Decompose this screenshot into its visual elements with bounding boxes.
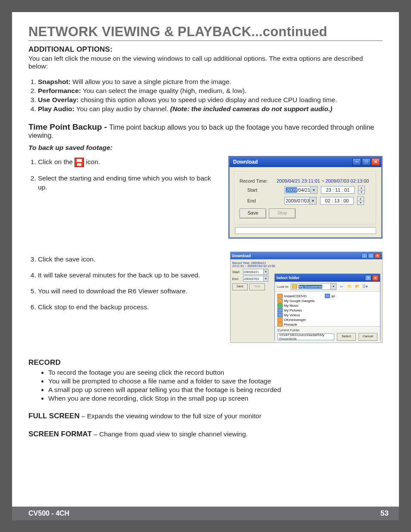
list-item[interactable]: OKmessenger [277, 317, 314, 322]
step-text: icon. [86, 158, 100, 165]
opt-label: Snapshot: [38, 78, 71, 85]
document-page: NETWORK VIEWING & PLAYBACK...continued A… [12, 12, 399, 520]
folder-list[interactable]: InstantCDDVD My Google Gadgets My Music … [275, 292, 380, 326]
folder-icon [277, 313, 283, 317]
toolbar-nav-icons: ⇦ 📁 📂 ☰▾ [338, 283, 369, 290]
chevron-down-icon[interactable]: ▼ [330, 283, 336, 289]
end-date-value: 2009/07/03 [244, 277, 259, 280]
folder-icon [325, 294, 330, 298]
list-item[interactable]: My Pictures [277, 308, 314, 312]
opt-note: (Note: the included cameras do not suppo… [170, 105, 332, 112]
list-item-label: My Google Gadgets [284, 299, 314, 303]
spinner-down-icon[interactable]: ▼ [358, 190, 364, 194]
screen-format-text: – Change from quad view to single channe… [92, 430, 248, 438]
spinner-up-icon[interactable]: ▲ [358, 186, 364, 190]
step-6: Click stop to end the backup process. [38, 303, 215, 312]
cancel-button[interactable]: Cancel [358, 333, 377, 341]
close-icon[interactable]: ✕ [371, 158, 380, 166]
look-in-combo[interactable]: My Documents▼ [291, 283, 336, 290]
record-bullet: You will be prompted to choose a file na… [48, 377, 383, 385]
view-menu-icon[interactable]: ☰▾ [362, 283, 369, 290]
chevron-down-icon[interactable]: ▼ [309, 197, 316, 204]
step-3: Click the save icon. [38, 255, 215, 264]
step-click-icon: Click on the icon. [38, 158, 215, 167]
minimize-icon[interactable]: – [352, 158, 361, 166]
start-date-combo[interactable]: 2009/04/21▼ [243, 269, 268, 275]
backup-steps-b: Click the save icon. It will take severa… [28, 252, 215, 319]
list-item[interactable]: My Google Gadgets [277, 299, 314, 303]
list-item[interactable]: My Music [277, 303, 314, 308]
minimize-icon[interactable]: – [361, 253, 367, 258]
download-window: Download – □ ✕ Record Time: 2009/04/21 2… [228, 156, 383, 239]
backup-steps-a: Click on the icon. Select the starting a… [28, 154, 215, 199]
select-folder-dialog: Select folder ?✕ Look in: My Documents▼ … [274, 274, 380, 341]
start-date-suffix: /04/21 [297, 187, 310, 193]
time-point-backup-line: Time Point Backup - Time point backup al… [28, 122, 383, 140]
maximize-icon[interactable]: □ [368, 253, 374, 258]
screen-format-label: SCREEN FORMAT [28, 430, 92, 438]
record-bullet: A small pop up screen will appear tellin… [48, 386, 383, 394]
end-label: End [240, 198, 281, 203]
select-button[interactable]: Select [337, 333, 356, 341]
additional-options-intro: You can left click the mouse on the view… [28, 55, 383, 70]
list-item[interactable]: ipl [325, 294, 335, 298]
current-folder-path[interactable]: \\SVATSBS\Users\NadiaR\My Documents [277, 333, 334, 340]
chevron-down-icon[interactable]: ▼ [263, 276, 268, 281]
page-title: NETWORK VIEWING & PLAYBACK...continued [28, 24, 383, 41]
spinner-up-icon[interactable]: ▲ [358, 197, 364, 201]
list-item-label: My Videos [284, 313, 300, 317]
save-icon [75, 158, 84, 167]
start-date-combo[interactable]: 2009/04/21▼ [284, 186, 318, 194]
download-select-folder-screenshot: Download –□✕ Record Time: 2009/04/21 23:… [230, 252, 383, 343]
help-icon[interactable]: ? [365, 275, 371, 281]
step-text: Click on the [38, 158, 75, 165]
list-item[interactable]: InstantCDDVD [277, 294, 314, 298]
full-screen-text: – Expands the viewing window to the full… [80, 412, 262, 420]
opt-text: You can select the image quality (high, … [81, 87, 246, 94]
stop-button[interactable]: Stop [249, 283, 265, 290]
back-icon[interactable]: ⇦ [338, 283, 345, 290]
page-footer: CV500 - 4CH 53 [12, 507, 399, 520]
save-button[interactable]: Save [232, 283, 248, 290]
end-date-combo[interactable]: 2009/07/03▼ [284, 197, 317, 205]
folder-icon [277, 317, 283, 322]
list-item-label: My Music [284, 304, 299, 308]
chevron-down-icon[interactable]: ▼ [263, 269, 268, 274]
look-in-value: My Documents [299, 285, 322, 289]
time-point-backup-label: Time Point Backup - [28, 122, 109, 131]
folder-icon [277, 299, 283, 303]
opt-text: chosing this option allows you to speed … [79, 96, 337, 103]
maximize-icon[interactable]: □ [362, 158, 371, 166]
chevron-down-icon[interactable]: ▼ [310, 187, 317, 193]
up-folder-icon[interactable]: 📁 [346, 283, 353, 290]
step-5: You will need to download the R6 Viewer … [38, 287, 215, 296]
close-icon[interactable]: ✕ [374, 253, 380, 258]
start-time-spinner[interactable]: ▲▼ [358, 186, 365, 194]
opt-performance: Performance: You can select the image qu… [38, 87, 383, 95]
end-label: End [232, 277, 242, 281]
close-icon[interactable]: ✕ [372, 275, 379, 281]
start-label: Start [240, 187, 281, 193]
opt-label: Performance: [38, 87, 81, 94]
spinner-down-icon[interactable]: ▼ [358, 201, 364, 205]
end-date-combo[interactable]: 2009/07/03▼ [243, 276, 268, 282]
page-number: 53 [380, 509, 389, 518]
start-time-field[interactable]: 23 : 11 : 01 [321, 186, 355, 194]
end-date-value: 2009/07/03 [286, 198, 309, 203]
record-bullet: When you are done recording, click Stop … [48, 395, 383, 402]
list-item-label: Pinnacle [284, 323, 297, 327]
new-folder-icon[interactable]: 📂 [354, 283, 361, 290]
save-button[interactable]: Save [240, 208, 266, 218]
list-item[interactable]: My Videos [277, 313, 314, 317]
list-item-label: My Pictures [284, 308, 302, 312]
current-folder-label: Current Folder [277, 328, 377, 332]
stop-button[interactable]: Stop [269, 208, 296, 218]
list-item[interactable]: Pinnacle [277, 322, 314, 327]
record-heading: RECORD [28, 358, 383, 367]
end-time-spinner[interactable]: ▲▼ [357, 196, 364, 205]
opt-label: Play Audio: [38, 105, 75, 112]
end-time-field[interactable]: 02 : 13 : 00 [320, 197, 354, 205]
start-date-value: 2009/04/21 [244, 271, 259, 274]
folder-icon [292, 284, 297, 289]
opt-label: Use Overlay: [38, 96, 79, 103]
